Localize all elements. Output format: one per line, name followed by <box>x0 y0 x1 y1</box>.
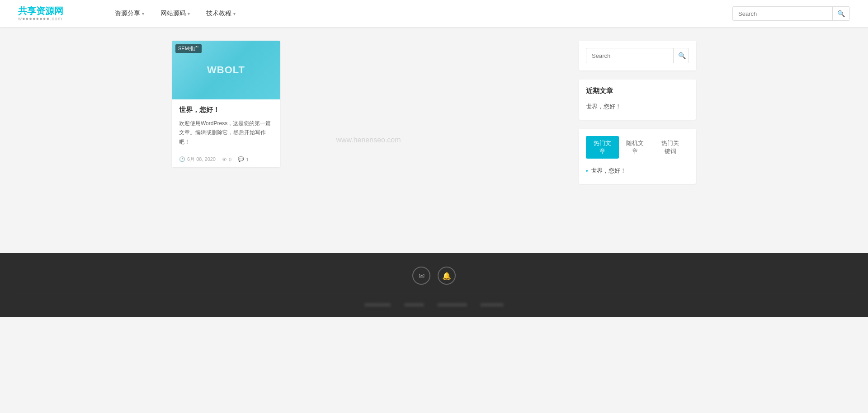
header: 共享资源网 w●●●●●●●●.com 资源分享 ▾ 网站源码 ▾ 技术教程 ▾… <box>0 0 868 27</box>
tab-hot-keywords[interactable]: 热门关键词 <box>651 136 689 159</box>
logo-text-bottom: w●●●●●●●●.com <box>18 16 90 21</box>
article-views: 👁 0 <box>222 157 231 162</box>
header-search-box: 🔍 <box>732 6 850 21</box>
chevron-down-icon: ▾ <box>142 11 144 16</box>
article-body: 世界，您好！ 欢迎使用WordPress，这是您的第一篇文章。编辑或删除它，然后… <box>172 99 280 167</box>
nav-item-tutorial[interactable]: 技术教程 ▾ <box>200 7 242 20</box>
article-tabs: 热门文章 随机文章 热门关键词 <box>586 136 689 159</box>
footer-link-1: ●●●●●●●● <box>364 301 391 308</box>
sidebar-search-box: 🔍 <box>586 48 689 63</box>
main-wrapper: SEM推广 WBOLT 世界，您好！ 欢迎使用WordPress，这是您的第一篇… <box>163 27 705 253</box>
watermark: www.henenseo.com <box>336 136 401 144</box>
tabs-widget: 热门文章 随机文章 热门关键词 世界，您好！ <box>579 129 696 184</box>
header-search-input[interactable] <box>733 7 832 20</box>
main-nav: 资源分享 ▾ 网站源码 ▾ 技术教程 ▾ <box>108 7 732 20</box>
content-area: SEM推广 WBOLT 世界，您好！ 欢迎使用WordPress，这是您的第一篇… <box>172 41 565 239</box>
article-title[interactable]: 世界，您好！ <box>179 106 273 114</box>
sidebar-search-button[interactable]: 🔍 <box>673 48 689 63</box>
sidebar-search-widget: 🔍 <box>579 41 696 70</box>
recent-article-link[interactable]: 世界，您好！ <box>586 101 689 113</box>
hot-article-link[interactable]: 世界，您好！ <box>591 167 626 175</box>
footer-link-4: ●●●●●●● <box>481 301 504 308</box>
tab-random-articles[interactable]: 随机文章 <box>619 136 652 159</box>
footer-link-3: ●●●●●●●●● <box>438 301 467 308</box>
article-badge: SEM推广 <box>175 44 202 53</box>
article-thumbnail: SEM推广 WBOLT <box>172 41 280 99</box>
nav-item-resources[interactable]: 资源分享 ▾ <box>108 7 151 20</box>
footer-bell-icon[interactable]: 🔔 <box>438 267 456 285</box>
hot-article-item: 世界，您好！ <box>586 165 689 177</box>
footer-icons: ✉ 🔔 <box>9 267 859 285</box>
nav-item-source[interactable]: 网站源码 ▾ <box>154 7 196 20</box>
site-logo[interactable]: 共享资源网 w●●●●●●●●.com <box>18 6 90 21</box>
logo-text-top: 共享资源网 <box>18 6 90 16</box>
recent-articles-title: 近期文章 <box>586 87 689 95</box>
clock-icon: 🕐 <box>179 156 185 162</box>
chevron-down-icon: ▾ <box>233 11 236 16</box>
footer: ✉ 🔔 ●●●●●●●● ●●●●●● ●●●●●●●●● ●●●●●●● <box>0 253 868 317</box>
article-excerpt: 欢迎使用WordPress，这是您的第一篇文章。编辑或删除它，然后开始写作吧！ <box>179 119 273 146</box>
footer-bottom: ●●●●●●●● ●●●●●● ●●●●●●●●● ●●●●●●● <box>9 294 859 308</box>
article-meta: 🕐 6月 08, 2020 👁 0 💬 1 <box>179 152 273 163</box>
recent-articles-widget: 近期文章 世界，您好！ <box>579 80 696 120</box>
header-search-button[interactable]: 🔍 <box>832 7 849 20</box>
bell-icon: 🔔 <box>442 272 451 280</box>
article-comments: 💬 1 <box>238 156 249 162</box>
search-icon: 🔍 <box>837 10 845 17</box>
comment-icon: 💬 <box>238 156 244 162</box>
search-icon: 🔍 <box>678 52 686 59</box>
chevron-down-icon: ▾ <box>188 11 190 16</box>
eye-icon: 👁 <box>222 157 227 162</box>
article-date: 🕐 6月 08, 2020 <box>179 156 216 163</box>
hot-articles-list: 世界，您好！ <box>586 165 689 177</box>
tab-hot-articles[interactable]: 热门文章 <box>586 136 619 159</box>
article-thumb-logo: WBOLT <box>207 64 245 76</box>
footer-email-icon[interactable]: ✉ <box>412 267 430 285</box>
footer-link-2: ●●●●●● <box>404 301 424 308</box>
sidebar: 🔍 近期文章 世界，您好！ 热门文章 随机文章 热门关键词 世界，您好！ <box>579 41 696 239</box>
sidebar-search-input[interactable] <box>586 49 673 63</box>
article-card: SEM推广 WBOLT 世界，您好！ 欢迎使用WordPress，这是您的第一篇… <box>172 41 280 167</box>
